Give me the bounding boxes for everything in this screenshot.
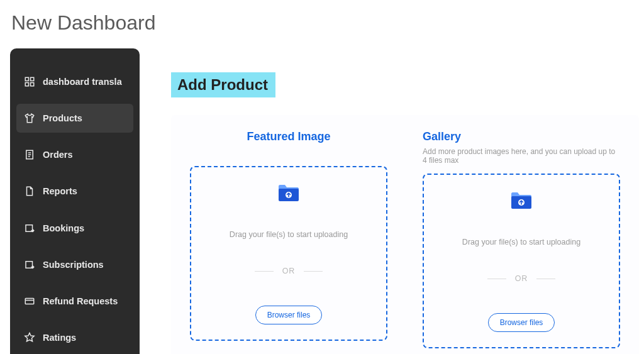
svg-rect-1 (31, 77, 34, 80)
featured-drag-text: Drag your file(s) to start uploading (230, 230, 348, 239)
sidebar-item-refund-requests[interactable]: Refund Requests (16, 287, 133, 316)
upload-card: Featured Image Drag your file(s) to star… (171, 115, 639, 354)
sidebar-item-label: Products (43, 113, 82, 124)
card-icon (24, 296, 35, 307)
gallery-dropzone[interactable]: Drag your file(s) to start uploading OR … (423, 174, 620, 348)
sidebar-item-label: Bookings (43, 223, 84, 234)
featured-image-subtext (190, 147, 387, 157)
featured-image-dropzone[interactable]: Drag your file(s) to start uploading OR … (190, 166, 387, 341)
svg-rect-3 (31, 83, 34, 86)
sidebar-item-label: Orders (43, 149, 73, 160)
featured-or-divider: OR (255, 267, 323, 275)
sidebar-item-label: Reports (43, 185, 77, 197)
featured-or-label: OR (282, 267, 296, 275)
svg-rect-7 (25, 298, 34, 304)
sidebar-item-label: Refund Requests (43, 296, 118, 307)
featured-browse-button[interactable]: Browser files (255, 306, 323, 324)
dashboard-icon (24, 76, 35, 87)
sidebar-item-bookings[interactable]: Bookings (16, 214, 133, 243)
gallery-title: Gallery (423, 130, 620, 143)
upload-folder-icon (277, 182, 300, 205)
sidebar-item-label: Ratings (43, 332, 76, 343)
gallery-browse-button[interactable]: Browser files (488, 313, 555, 332)
sidebar-item-label: dashboard transla (43, 76, 122, 87)
featured-image-section: Featured Image Drag your file(s) to star… (190, 130, 387, 354)
sidebar: dashboard transla Products Orders (10, 48, 140, 354)
shirt-icon (24, 113, 35, 124)
receipt-icon (24, 149, 35, 160)
upload-folder-icon (510, 190, 533, 213)
calendar-export-icon (24, 259, 35, 270)
sidebar-item-subscriptions[interactable]: Subscriptions (16, 250, 133, 279)
sidebar-item-dashboard[interactable]: dashboard transla (16, 67, 133, 96)
gallery-or-label: OR (515, 274, 528, 283)
sidebar-item-label: Subscriptions (43, 259, 104, 270)
add-product-heading: Add Product (171, 72, 275, 97)
main-content: Add Product Featured Image Drag you (140, 37, 644, 354)
calendar-export-icon (24, 223, 35, 234)
document-icon (24, 185, 35, 197)
page-title: New Dashboard (0, 0, 644, 37)
sidebar-item-ratings[interactable]: Ratings (16, 323, 133, 352)
gallery-subtitle: Add more product images here, and you ca… (423, 147, 620, 165)
gallery-or-divider: OR (487, 274, 556, 283)
star-icon (24, 332, 35, 343)
gallery-drag-text: Drag your file(s) to start uploading (462, 238, 580, 246)
featured-image-title: Featured Image (190, 130, 387, 143)
sidebar-item-reports[interactable]: Reports (16, 177, 133, 206)
svg-rect-2 (25, 83, 28, 86)
gallery-section: Gallery Add more product images here, an… (423, 130, 620, 354)
sidebar-item-orders[interactable]: Orders (16, 140, 133, 169)
svg-rect-0 (25, 77, 28, 80)
sidebar-item-products[interactable]: Products (16, 104, 133, 133)
